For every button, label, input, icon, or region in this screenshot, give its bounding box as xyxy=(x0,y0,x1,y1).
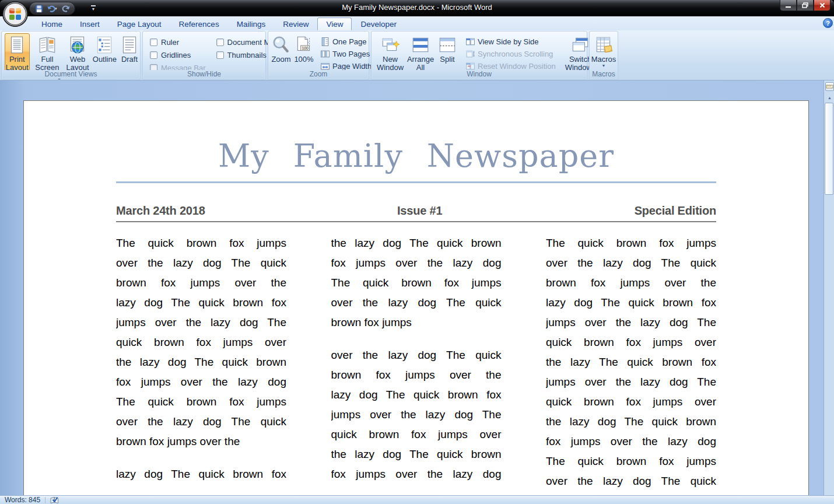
newspaper-column-2[interactable]: the lazy dog The quick brownfox jumps ov… xyxy=(331,233,502,491)
text-line[interactable]: the lazy dog The quick brown xyxy=(116,352,286,372)
tab-mailings[interactable]: Mailings xyxy=(228,18,275,30)
newspaper-title[interactable]: My Family Newspaper xyxy=(116,139,716,173)
dateline-issue[interactable]: Issue #1 xyxy=(397,204,442,218)
macros-button[interactable]: Macros ▼ xyxy=(591,33,616,68)
newspaper-column-1[interactable]: The quick brown fox jumpsover the lazy d… xyxy=(116,233,286,491)
redo-button[interactable] xyxy=(60,4,71,14)
ruler-toggle-button[interactable] xyxy=(825,82,834,91)
text-line[interactable]: The quick brown fox jumps xyxy=(546,233,716,253)
tab-review[interactable]: Review xyxy=(274,18,317,30)
page[interactable]: My Family Newspaper March 24th 2018 Issu… xyxy=(23,100,809,495)
new-window-button[interactable]: New Window xyxy=(376,33,404,72)
text-line[interactable]: lazy dog The quick brown fox xyxy=(331,385,502,405)
proofing-check-icon[interactable] xyxy=(50,496,59,504)
help-button[interactable]: ? xyxy=(823,18,833,28)
checkbox-box[interactable] xyxy=(150,51,157,59)
text-line[interactable]: the lazy dog The quick brown xyxy=(331,233,502,253)
customize-quick-access-toolbar-button[interactable]: ▼ xyxy=(89,4,98,13)
text-line[interactable]: fox jumps over the lazy dog xyxy=(116,372,286,392)
undo-dropdown-arrow[interactable]: ▼ xyxy=(54,7,58,10)
tab-insert[interactable]: Insert xyxy=(71,18,108,30)
close-button[interactable] xyxy=(814,0,831,11)
zoom-100-button[interactable]: 100 100% xyxy=(293,33,314,64)
new-window-icon xyxy=(380,35,400,55)
text-line[interactable]: lazy dog The quick brown fox xyxy=(546,293,716,313)
undo-button[interactable]: ▼ xyxy=(47,4,58,14)
text-line[interactable]: over the lazy dog The quick xyxy=(116,253,286,273)
text-line[interactable]: The quick brown fox jumps xyxy=(546,452,716,471)
synchronous-scrolling-button[interactable]: Synchronous Scrolling xyxy=(464,48,558,60)
macros-icon xyxy=(594,35,614,55)
checkbox-ruler[interactable]: Ruler xyxy=(150,36,206,48)
text-line[interactable]: jumps over the lazy dog The xyxy=(331,405,502,425)
checkbox-box[interactable] xyxy=(216,38,224,46)
tab-view[interactable]: View xyxy=(317,18,352,30)
tab-developer[interactable]: Developer xyxy=(352,18,405,30)
full-screen-reading-icon xyxy=(37,35,57,55)
text-line[interactable]: brown fox jumps over the xyxy=(116,273,286,293)
vertical-scrollbar[interactable]: ▲ xyxy=(824,80,834,495)
text-line[interactable]: lazy dog The quick brown fox xyxy=(116,464,286,484)
text-line[interactable]: over the lazy dog The quick xyxy=(546,253,716,273)
text-line[interactable]: fox jumps over the lazy dog xyxy=(331,253,502,273)
two-pages-button[interactable]: Two Pages xyxy=(318,48,373,60)
text-line[interactable]: lazy dog The quick brown fox xyxy=(116,293,286,313)
text-line[interactable]: over the lazy dog The quick xyxy=(546,471,716,491)
print-layout-button[interactable]: Print Layout xyxy=(5,33,30,72)
text-line[interactable]: fox jumps over the lazy dog xyxy=(331,464,502,484)
newspaper-column-3[interactable]: The quick brown fox jumpsover the lazy d… xyxy=(546,233,716,491)
dateline-edition[interactable]: Special Edition xyxy=(635,204,716,218)
title-bar: My Family Newspaper.docx - Microsoft Wor… xyxy=(0,0,834,16)
checkbox-box[interactable] xyxy=(150,38,157,46)
text-line[interactable]: quick brown fox jumps over xyxy=(546,332,716,352)
text-line[interactable]: brown fox jumps over the xyxy=(546,273,716,293)
text-line[interactable]: The quick brown fox jumps xyxy=(331,273,502,293)
text-line[interactable]: over the lazy dog The quick xyxy=(331,293,502,313)
group-label-window: Window xyxy=(372,70,586,79)
text-line[interactable]: quick brown fox jumps over xyxy=(546,392,716,412)
text-line[interactable]: brown fox jumps xyxy=(331,313,502,332)
one-page-button[interactable]: One Page xyxy=(318,36,373,48)
minimize-button[interactable] xyxy=(780,0,797,11)
text-line[interactable]: jumps over the lazy dog The xyxy=(546,372,716,392)
text-line[interactable]: over the lazy dog The quick xyxy=(116,412,286,432)
text-line[interactable]: brown fox jumps over the xyxy=(116,432,286,452)
checkbox-box[interactable] xyxy=(216,51,224,59)
save-button[interactable] xyxy=(33,4,44,14)
dateline-date[interactable]: March 24th 2018 xyxy=(116,204,205,218)
tab-references[interactable]: References xyxy=(170,18,228,30)
text-line[interactable]: brown fox jumps over the xyxy=(331,365,502,385)
text-line[interactable]: the lazy dog The quick brown xyxy=(546,412,716,432)
text-line[interactable]: fox jumps over the lazy dog xyxy=(546,432,716,452)
outline-button[interactable]: Outline xyxy=(92,33,117,64)
split-button[interactable]: Split xyxy=(437,33,458,64)
text-line[interactable]: quick brown fox jumps over xyxy=(116,332,286,352)
office-button[interactable] xyxy=(2,1,29,27)
word-count[interactable]: Words: 845 xyxy=(5,496,40,504)
draft-button[interactable]: Draft xyxy=(119,33,140,64)
paragraph: The quick brown fox jumpsover the lazy d… xyxy=(546,233,716,491)
arrange-all-button[interactable]: Arrange All xyxy=(407,33,434,72)
group-document-views: Print Layout Full Screen Reading Web Lay… xyxy=(1,31,141,80)
text-line[interactable]: The quick brown fox jumps xyxy=(116,233,286,253)
web-layout-button[interactable]: Web Layout xyxy=(65,33,90,72)
restore-button[interactable] xyxy=(797,0,814,11)
scrollbar-thumb[interactable] xyxy=(825,103,833,195)
text-line[interactable]: the lazy dog The quick brown xyxy=(331,444,502,464)
scroll-up-arrow[interactable]: ▲ xyxy=(825,94,834,102)
group-label-document-views: Document Views xyxy=(2,70,139,79)
checkbox-gridlines[interactable]: Gridlines xyxy=(150,48,206,61)
text-line[interactable]: The quick brown fox jumps xyxy=(116,392,286,412)
tab-page-layout[interactable]: Page Layout xyxy=(108,18,170,30)
view-side-by-side-button[interactable]: View Side by Side xyxy=(464,36,558,48)
text-line[interactable]: over the lazy dog The quick xyxy=(331,345,502,365)
newspaper-columns[interactable]: The quick brown fox jumpsover the lazy d… xyxy=(116,233,716,491)
text-line[interactable]: jumps over the lazy dog The xyxy=(546,313,716,332)
zoom-button[interactable]: Zoom xyxy=(271,33,292,64)
switch-windows-icon xyxy=(570,35,590,55)
group-show-hide: RulerGridlinesMessage BarDocument MapThu… xyxy=(142,31,266,80)
text-line[interactable]: jumps over the lazy dog The xyxy=(116,313,286,332)
tab-home[interactable]: Home xyxy=(33,18,71,30)
text-line[interactable]: quick brown fox jumps over xyxy=(331,425,502,444)
text-line[interactable]: the lazy The quick brown fox xyxy=(546,352,716,372)
